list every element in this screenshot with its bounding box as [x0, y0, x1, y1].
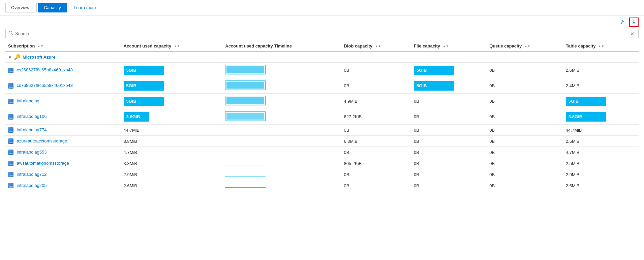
timeline-bar [225, 80, 266, 90]
resource-link-3[interactable]: infralabdiag106 [17, 114, 47, 119]
chevron-icon: ▼ [8, 55, 12, 59]
cell-table-7: 2.5MiB [563, 158, 639, 169]
cell-blob-7: 805.2KiB [341, 158, 411, 169]
cell-blob-0: 0B [341, 63, 411, 78]
capacity-bar-full: 5GiB [124, 81, 164, 91]
col-blob-capacity[interactable]: Blob capacity ▲▼ [341, 41, 411, 52]
capacity-bar-full: 5GiB [566, 97, 606, 106]
timeline-line [225, 176, 266, 176]
resource-link-9[interactable]: infralabdiag205 [17, 183, 47, 188]
capacity-bar-full: 5GiB [124, 66, 164, 75]
storage-icon [8, 183, 13, 188]
table-row: infralabdiag 5GiB 4.9MiB 0B 0B 5GiB [5, 94, 639, 109]
capacity-text: 2.6MiB [124, 183, 137, 188]
cell-file-6: 0B [411, 147, 487, 158]
sort-arrows-subscription: ▲▼ [37, 45, 43, 48]
cell-used-capacity-0: 5GiB [121, 63, 223, 78]
download-button[interactable] [629, 18, 639, 27]
search-input[interactable] [15, 31, 629, 36]
capacity-text: 2.5MiB [566, 161, 579, 166]
storage-icon [8, 150, 13, 155]
cell-file-0: 5GiB [411, 63, 487, 78]
cell-used-capacity-3: 3.8GiB [121, 109, 223, 125]
cell-queue-0: 0B [487, 63, 563, 78]
capacity-text: 2.6MiB [566, 183, 579, 188]
capacity-bar-full: 5GiB [414, 66, 454, 75]
cell-file-5: 0B [411, 136, 487, 147]
overview-tab[interactable]: Overview [5, 3, 35, 12]
sort-arrows-blob: ▲▼ [375, 45, 381, 48]
resource-link-4[interactable]: infralabdiag774 [17, 127, 47, 132]
resource-link-1[interactable]: cs768627f8c65b8x4601xb48 [17, 83, 73, 88]
cell-queue-1: 0B [487, 78, 563, 94]
resource-link-2[interactable]: infralabdiag [17, 98, 39, 103]
cell-used-capacity-2: 5GiB [121, 94, 223, 109]
sort-arrows-table: ▲▼ [598, 45, 604, 48]
capacity-text: 0B [414, 139, 419, 144]
resource-link-0[interactable]: cs268627f8c65b8x4601xb48 [17, 67, 73, 72]
cell-queue-7: 0B [487, 158, 563, 169]
cell-subscription-8: infralabdiag712 [5, 169, 121, 180]
cell-used-capacity-4: 44.7MiB [121, 125, 223, 136]
search-icon [8, 31, 13, 36]
group-microsoft-azure-link[interactable]: Microsoft Azure [23, 55, 56, 60]
cell-queue-5: 0B [487, 136, 563, 147]
group-row-microsoft-azure: ▼ 🔑 Microsoft Azure [5, 52, 639, 63]
resource-link-5[interactable]: azureautoacctomsstorage [17, 138, 67, 143]
storage-icon [8, 99, 13, 104]
cell-timeline-8 [222, 169, 341, 180]
col-queue-capacity[interactable]: Queue capacity ▲▼ [487, 41, 563, 52]
col-file-capacity[interactable]: File capacity ▲▼ [411, 41, 487, 52]
cell-file-7: 0B [411, 158, 487, 169]
capacity-text: 3.3MiB [124, 161, 137, 166]
storage-icon [8, 83, 13, 89]
resource-link-6[interactable]: infralabdiag553 [17, 150, 47, 155]
cell-file-9: 0B [411, 180, 487, 191]
table-row: infralabdiag205 2.6MiB 0B 0B 0B 2.6MiB [5, 180, 639, 191]
cell-queue-2: 0B [487, 94, 563, 109]
cell-blob-1: 0B [341, 78, 411, 94]
cell-blob-8: 0B [341, 169, 411, 180]
capacity-text: 0B [414, 172, 419, 177]
nav-separator-2 [68, 3, 68, 12]
cell-table-8: 2.9MiB [563, 169, 639, 180]
col-used-capacity-timeline: Account used capacity Timeline [222, 41, 341, 52]
col-used-capacity[interactable]: Account used capacity ▲▼ [121, 41, 223, 52]
timeline-bar [225, 96, 266, 105]
resource-link-8[interactable]: infralabdiag712 [17, 172, 47, 177]
capacity-tab[interactable]: Capacity [38, 3, 67, 12]
capacity-text: 0B [414, 150, 419, 155]
search-clear-button[interactable]: ✕ [629, 31, 636, 36]
cell-subscription-1: cs768627f8c65b8x4601xb48 [5, 78, 121, 94]
cell-subscription-6: infralabdiag553 [5, 147, 121, 158]
capacity-text: 4.7MiB [566, 150, 579, 155]
col-subscription[interactable]: Subscription ▲▼ [5, 41, 121, 52]
table-row: infralabdiag553 4.7MiB 0B 0B 0B 4.7MiB [5, 147, 639, 158]
capacity-text: 4.7MiB [124, 150, 137, 155]
toolbar [0, 15, 644, 29]
cell-blob-5: 6.3MiB [341, 136, 411, 147]
storage-icon [8, 138, 13, 144]
table-row: cs268627f8c65b8x4601xb48 5GiB 0B 5GiB 0B… [5, 63, 639, 78]
cell-used-capacity-9: 2.6MiB [121, 180, 223, 191]
cell-blob-3: 627.2KiB [341, 109, 411, 125]
cell-queue-6: 0B [487, 147, 563, 158]
cell-queue-8: 0B [487, 169, 563, 180]
pin-button[interactable] [617, 18, 626, 27]
table-row: cs768627f8c65b8x4601xb48 5GiB 0B 5GiB 0B… [5, 78, 639, 94]
timeline-bar [225, 111, 266, 121]
storage-icon [8, 172, 13, 177]
download-icon [631, 20, 637, 25]
learn-more-link[interactable]: Learn more [70, 3, 100, 12]
key-icon: 🔑 [14, 54, 21, 60]
capacity-text: 2.5MiB [566, 139, 579, 144]
cell-file-2: 0B [411, 94, 487, 109]
cell-used-capacity-6: 4.7MiB [121, 147, 223, 158]
table-row: infralabdiag106 3.8GiB 627.2KiB 0B 0B 3.… [5, 109, 639, 125]
resource-link-7[interactable]: awsautomationomsstorage [17, 161, 69, 166]
pin-icon [619, 20, 624, 25]
cell-table-9: 2.6MiB [563, 180, 639, 191]
col-table-capacity[interactable]: Table capacity ▲▼ [563, 41, 639, 52]
cell-timeline-4 [222, 125, 341, 136]
sort-arrows-queue: ▲▼ [524, 45, 530, 48]
